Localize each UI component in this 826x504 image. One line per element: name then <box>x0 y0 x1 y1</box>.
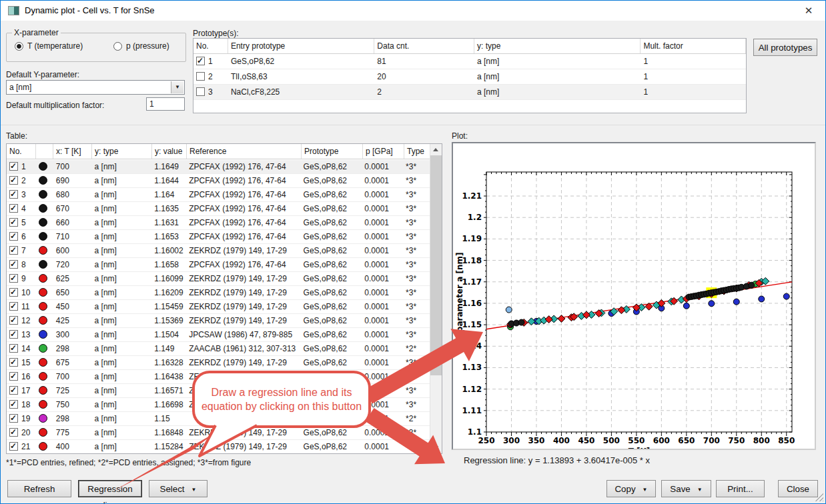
prototype-checkbox[interactable] <box>196 72 205 81</box>
table-row[interactable]: 10650a [nm]1.16209ZEKRDZ (1979) 149, 17-… <box>7 286 430 300</box>
radio-pressure[interactable]: p (pressure) <box>113 41 169 51</box>
prototype-checkbox[interactable] <box>196 57 205 65</box>
default-mult-input[interactable]: 1 <box>146 97 185 111</box>
table-row[interactable]: 7600a [nm]1.16002ZEKRDZ (1979) 149, 17-2… <box>7 244 430 258</box>
table-row[interactable]: 14298a [nm]1.149ZAACAB (1961) 312, 307-3… <box>7 342 430 356</box>
title-bar[interactable]: Dynamic plot - Cell vs. T for SnSe ✕ <box>1 1 825 21</box>
default-y-combobox[interactable]: a [nm] ▼ <box>6 80 185 95</box>
print-button[interactable]: Print... <box>716 480 765 497</box>
table-scrollbar[interactable] <box>430 144 442 453</box>
radio-temperature[interactable]: T (temperature) <box>15 41 83 51</box>
select-button[interactable]: Select▼ <box>149 480 208 497</box>
row-t-cell: 670 <box>53 204 92 213</box>
row-type-cell: *3* <box>403 246 430 255</box>
row-checkbox[interactable] <box>9 316 18 325</box>
scatter-chart[interactable]: 2503003504004505005506006507007508008501… <box>453 143 815 449</box>
col-type[interactable]: Type <box>404 144 432 159</box>
col-entry-prototype[interactable]: Entry prototype <box>228 39 374 53</box>
plot-panel[interactable]: 2503003504004505005506006507007508008501… <box>452 142 816 450</box>
row-checkbox[interactable] <box>9 414 18 423</box>
col-reference[interactable]: Reference <box>187 144 302 159</box>
resize-grip[interactable] <box>815 493 823 501</box>
table-row[interactable]: 12425a [nm]1.15369ZEKRDZ (1979) 149, 17-… <box>7 314 430 328</box>
table-row[interactable]: 21400a [nm]1.15284ZEKRDZ (1979) 149, 17-… <box>7 440 430 454</box>
all-prototypes-button[interactable]: All prototypes <box>753 39 817 56</box>
table-row[interactable]: 4670a [nm]1.1635ZPCFAX (1992) 176, 47-64… <box>7 202 430 216</box>
row-checkbox[interactable] <box>9 442 18 451</box>
data-point[interactable] <box>683 303 689 309</box>
row-checkbox[interactable] <box>9 344 18 353</box>
table-row[interactable]: 20775a [nm]1.16848ZEKRDZ (1979) 149, 17-… <box>7 426 430 440</box>
table-row[interactable]: 2690a [nm]1.1644ZPCFAX (1992) 176, 47-64… <box>7 174 430 188</box>
scrollbar-thumb[interactable] <box>430 155 442 375</box>
row-checkbox[interactable] <box>9 162 18 171</box>
close-icon[interactable]: ✕ <box>797 3 820 19</box>
table-row[interactable]: 5660a [nm]1.1631ZPCFAX (1992) 176, 47-64… <box>7 216 430 230</box>
table-row[interactable]: 15675a [nm]1.16328ZEKRDZ (1979) 149, 17-… <box>7 356 430 370</box>
callout-bubble: Draw a regression line and its equation … <box>192 371 371 428</box>
prototype-row[interactable]: 3NaCl,cF8,2252a [nm]1 <box>193 85 746 100</box>
data-point[interactable] <box>733 299 739 305</box>
row-checkbox[interactable] <box>9 386 18 395</box>
data-point[interactable] <box>518 319 524 325</box>
col-y-type[interactable]: y: type <box>92 144 152 159</box>
data-point[interactable] <box>759 296 765 302</box>
table-row[interactable]: 6710a [nm]1.1653ZPCFAX (1992) 176, 47-64… <box>7 230 430 244</box>
col-marker[interactable] <box>36 144 53 159</box>
col-no[interactable]: No. <box>193 39 228 53</box>
row-checkbox[interactable] <box>9 176 18 185</box>
data-point[interactable] <box>506 307 512 313</box>
row-no-cell: 11 <box>7 302 36 311</box>
row-no-cell: 3 <box>7 190 36 199</box>
row-checkbox[interactable] <box>9 330 18 339</box>
prototype-row[interactable]: 2TlI,oS8,6320a [nm]1 <box>193 69 746 85</box>
table-row[interactable]: 3680a [nm]1.164ZPCFAX (1992) 176, 47-64G… <box>7 188 430 202</box>
prototype-checkbox[interactable] <box>196 87 205 96</box>
table-row[interactable]: 9625a [nm]1.16099ZEKRDZ (1979) 149, 17-2… <box>7 272 430 286</box>
row-checkbox[interactable] <box>9 288 18 297</box>
row-checkbox[interactable] <box>9 358 18 367</box>
row-checkbox[interactable] <box>9 260 18 269</box>
regression-line-button[interactable]: Regression line <box>78 480 142 497</box>
data-point[interactable] <box>709 301 715 307</box>
data-point[interactable] <box>558 315 565 322</box>
chevron-down-icon[interactable]: ▼ <box>171 81 183 93</box>
col-x-t[interactable]: x: T [K] <box>53 144 92 159</box>
prototype-row[interactable]: 1GeS,oP8,6281a [nm]1 <box>193 54 746 69</box>
row-t-cell: 298 <box>53 414 92 423</box>
row-checkbox[interactable] <box>9 400 18 409</box>
col-y-value[interactable]: y: value <box>152 144 187 159</box>
refresh-button[interactable]: Refresh <box>7 480 71 497</box>
table-row[interactable]: 11450a [nm]1.15459ZEKRDZ (1979) 149, 17-… <box>7 300 430 314</box>
copy-button[interactable]: Copy▼ <box>606 480 656 497</box>
row-checkbox[interactable] <box>9 274 18 283</box>
row-checkbox[interactable] <box>9 218 18 227</box>
chart-frame <box>486 172 792 432</box>
data-point[interactable] <box>749 282 755 288</box>
col-prototype[interactable]: Prototype <box>302 144 363 159</box>
row-checkbox[interactable] <box>9 372 18 381</box>
scroll-down-icon[interactable] <box>430 442 442 453</box>
row-checkbox[interactable] <box>9 302 18 311</box>
col-p-gpa[interactable]: p [GPa] <box>363 144 404 159</box>
row-checkbox[interactable] <box>9 428 18 437</box>
data-point[interactable] <box>528 318 535 325</box>
row-ytype-cell: a [nm] <box>92 288 152 297</box>
col-no[interactable]: No. <box>7 144 36 159</box>
scroll-up-icon[interactable] <box>430 144 442 155</box>
chart-text: 600 <box>653 436 670 445</box>
col-mult-factor[interactable]: Mult. factor <box>641 39 746 53</box>
table-row[interactable]: 13300a [nm]1.1504JPCSAW (1986) 47, 879-8… <box>7 328 430 342</box>
col-y-type[interactable]: y: type <box>474 39 641 53</box>
row-checkbox[interactable] <box>9 246 18 255</box>
save-button[interactable]: Save▼ <box>661 480 711 497</box>
marker-dot-icon <box>39 246 47 255</box>
table-row[interactable]: 8720a [nm]1.1658ZPCFAX (1992) 176, 47-64… <box>7 258 430 272</box>
row-checkbox[interactable] <box>9 232 18 241</box>
row-checkbox[interactable] <box>9 190 18 199</box>
data-point[interactable] <box>783 293 789 299</box>
close-button[interactable]: Close <box>778 480 818 497</box>
table-row[interactable]: 1700a [nm]1.1649ZPCFAX (1992) 176, 47-64… <box>7 160 430 174</box>
row-checkbox[interactable] <box>9 204 18 213</box>
col-data-cnt[interactable]: Data cnt. <box>374 39 474 53</box>
